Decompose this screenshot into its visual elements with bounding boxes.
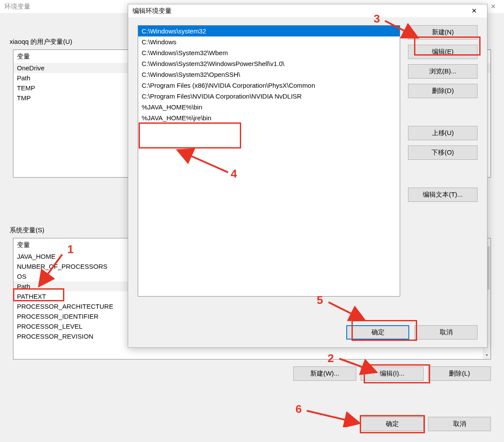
path-entry[interactable]: C:\Program Files (x86)\NVIDIA Corporatio… bbox=[138, 80, 400, 91]
scroll-down-icon[interactable]: ▾ bbox=[483, 351, 491, 359]
svg-line-1 bbox=[339, 359, 375, 372]
arrow-1 bbox=[34, 252, 69, 291]
path-entry[interactable]: C:\Program Files\NVIDIA Corporation\NVID… bbox=[138, 91, 400, 102]
browse-button[interactable]: 浏览(B)... bbox=[408, 64, 477, 79]
path-entry[interactable]: C:\Windows\System32\Wbem bbox=[138, 47, 400, 58]
path-entry[interactable]: %JAVA_HOME%\bin bbox=[138, 102, 400, 112]
annotation-5: 5 bbox=[317, 294, 323, 307]
edit-dialog-title: 编辑环境变量 bbox=[133, 7, 172, 15]
env-vars-title: 环境变量 bbox=[4, 3, 30, 11]
annotation-6: 6 bbox=[295, 402, 302, 416]
annotation-3: 3 bbox=[374, 12, 380, 26]
arrow-6 bbox=[304, 407, 365, 427]
delete-entry-button[interactable]: 删除(D) bbox=[408, 84, 477, 98]
path-entry[interactable]: C:\Windows\system32 bbox=[138, 26, 400, 36]
delete-system-var-button[interactable]: 删除(L) bbox=[428, 366, 491, 381]
annotation-box-new-n bbox=[414, 36, 481, 56]
path-entry[interactable]: C:\Windows bbox=[138, 36, 400, 47]
arrow-5 bbox=[326, 299, 369, 325]
close-icon[interactable]: ✕ bbox=[465, 7, 483, 15]
svg-line-5 bbox=[307, 411, 358, 423]
annotation-box-java-home bbox=[139, 122, 241, 148]
dialog-cancel-button[interactable]: 取消 bbox=[414, 325, 477, 340]
edit-text-button[interactable]: 编辑文本(T)... bbox=[408, 188, 477, 202]
arrow-3 bbox=[382, 17, 421, 41]
svg-line-4 bbox=[328, 302, 363, 320]
move-down-button[interactable]: 下移(O) bbox=[408, 145, 477, 160]
system-vars-label: 系统变量(S) bbox=[10, 226, 44, 234]
path-entry[interactable]: C:\Windows\System32\OpenSSH\ bbox=[138, 69, 400, 80]
edit-dialog-titlebar: 编辑环境变量 ✕ bbox=[128, 4, 487, 17]
svg-line-3 bbox=[179, 151, 228, 172]
close-icon[interactable]: ✕ bbox=[487, 3, 500, 10]
move-up-button[interactable]: 上移(U) bbox=[408, 126, 477, 140]
path-entry[interactable]: C:\Windows\System32\WindowsPowerShell\v1… bbox=[138, 58, 400, 69]
annotation-box-env-ok bbox=[360, 415, 425, 433]
user-vars-label: xiaoqq 的用户变量(U) bbox=[10, 38, 72, 46]
arrow-2 bbox=[337, 355, 380, 377]
arrow-4 bbox=[174, 147, 235, 178]
svg-line-2 bbox=[385, 21, 416, 37]
annotation-2: 2 bbox=[328, 352, 334, 365]
env-cancel-button[interactable]: 取消 bbox=[428, 417, 491, 431]
path-entry[interactable]: %JAVA_HOME%\jre\bin bbox=[138, 112, 400, 123]
svg-line-0 bbox=[40, 254, 62, 285]
